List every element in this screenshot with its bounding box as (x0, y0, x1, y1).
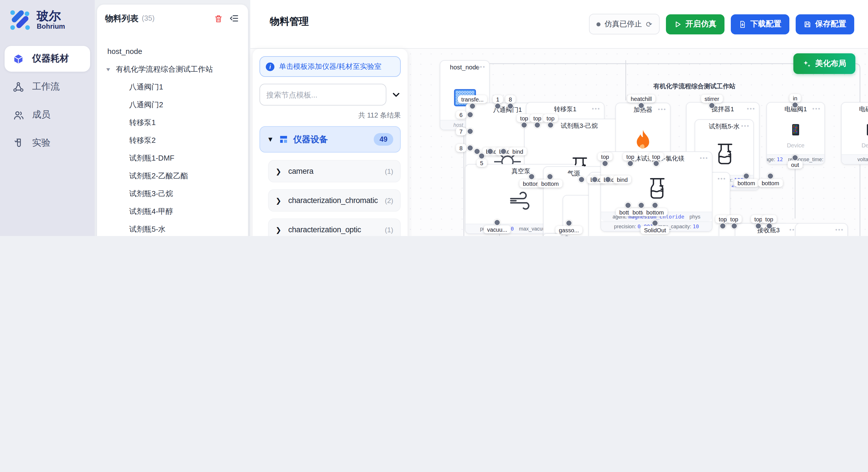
port-label-8[interactable]: 8 (456, 144, 466, 152)
port-dot[interactable] (602, 160, 608, 167)
port-dot[interactable] (605, 176, 611, 183)
sidebar-item-0[interactable]: 仪器耗材 (5, 46, 90, 72)
save-config-button[interactable]: 保存配置 (796, 14, 854, 34)
collapse-all-icon[interactable] (392, 90, 401, 99)
port-dot[interactable] (579, 176, 585, 183)
tree-item[interactable]: 八通阀门2 (97, 96, 248, 113)
tree-item[interactable]: 转移泵1 (97, 113, 248, 131)
port-dot[interactable] (592, 176, 598, 183)
port-dot[interactable] (547, 173, 553, 180)
category-characterization_chromatic[interactable]: ❯characterization_chromatic(2) (268, 189, 401, 212)
port-dot[interactable] (566, 220, 572, 226)
node-menu-icon[interactable]: ••• (812, 103, 821, 115)
port-label-top[interactable]: top (649, 153, 663, 161)
node-menu-icon[interactable]: ••• (658, 103, 666, 116)
node-menu-icon[interactable]: ••• (747, 103, 755, 115)
canvas-node-电磁阀2[interactable]: 电磁阀2•••Devicevoltage: 12 (841, 102, 868, 165)
port-label-bind[interactable]: bind (509, 147, 527, 156)
port-dot[interactable] (627, 160, 633, 167)
port-label-top[interactable]: top (762, 215, 777, 223)
port-label-heatchill[interactable]: heatchill (627, 95, 655, 103)
category-instruments[interactable]: ▼ 仪器设备 49 (259, 126, 401, 153)
port-dot[interactable] (652, 220, 658, 226)
port-dot[interactable] (467, 145, 473, 151)
port-dot[interactable] (467, 128, 473, 134)
port-label-bottom[interactable]: bottom (643, 208, 667, 216)
port-dot[interactable] (792, 155, 798, 161)
port-dot[interactable] (469, 103, 476, 109)
port-label-6[interactable]: 6 (456, 111, 466, 119)
port-dot[interactable] (755, 223, 762, 229)
node-menu-icon[interactable]: ••• (718, 173, 726, 185)
port-label-stirrer[interactable]: stirrer (701, 95, 722, 103)
port-dot[interactable] (792, 102, 798, 108)
port-label-out[interactable]: out (787, 161, 803, 169)
category-characterization_optic[interactable]: ❯characterization_optic(1) (268, 218, 401, 236)
collapse-panel-button[interactable] (228, 12, 240, 24)
port-label-bottom[interactable]: bottom (538, 179, 562, 188)
port-dot[interactable] (507, 103, 514, 109)
delete-button[interactable] (212, 12, 224, 24)
port-label-top[interactable]: top (598, 153, 613, 161)
port-label-SolidOut[interactable]: SolidOut (641, 226, 670, 234)
port-dot[interactable] (494, 220, 500, 226)
canvas-node[interactable]: ••• (795, 223, 848, 236)
tree-item[interactable]: 试剂瓶1-DMF (97, 149, 248, 167)
tree-item[interactable]: 转移泵2 (97, 131, 248, 149)
category-camera[interactable]: ❯camera(1) (268, 160, 401, 182)
port-dot[interactable] (638, 202, 644, 208)
node-menu-icon[interactable]: ••• (700, 152, 708, 165)
tree-item[interactable]: 试剂瓶2-乙酸乙酯 (97, 167, 248, 185)
port-dot[interactable] (767, 173, 774, 179)
port-dot[interactable] (625, 202, 631, 208)
sidebar-item-1[interactable]: 工作流 (5, 74, 90, 100)
port-dot[interactable] (720, 223, 726, 229)
port-label-gasso[interactable]: gasso... (555, 226, 582, 234)
node-menu-icon[interactable]: ••• (835, 224, 844, 236)
port-label-1[interactable]: 1 (493, 95, 503, 103)
port-label-8[interactable]: 8 (505, 95, 515, 103)
port-label-bind[interactable]: bind (613, 175, 631, 183)
port-dot[interactable] (653, 160, 659, 167)
port-label-top[interactable]: top (530, 114, 545, 122)
port-label-5[interactable]: 5 (476, 159, 487, 167)
port-dot[interactable] (652, 202, 658, 208)
port-dot[interactable] (501, 148, 507, 155)
tree-item[interactable]: 八通阀门1 (97, 78, 248, 96)
port-label-in[interactable]: in (789, 94, 801, 102)
port-dot[interactable] (467, 111, 473, 118)
chevron-down-icon[interactable]: ▼ (105, 66, 112, 72)
port-label-bind[interactable]: bind (544, 234, 561, 236)
port-dot[interactable] (474, 148, 480, 155)
download-config-button[interactable]: 下载配置 (731, 14, 789, 34)
node-menu-icon[interactable]: ••• (477, 61, 486, 73)
node-menu-icon[interactable]: ••• (592, 103, 600, 115)
sidebar-item-3[interactable]: 实验 (5, 130, 90, 156)
start-simulation-button[interactable]: 开启仿真 (666, 14, 724, 34)
tree-item[interactable]: 试剂瓶3-己烷 (97, 185, 248, 202)
port-label-transfe[interactable]: transfe... (458, 95, 487, 103)
port-dot[interactable] (709, 102, 715, 109)
tree-group-workstation[interactable]: ▼ 有机化学流程综合测试工作站 (97, 60, 248, 78)
port-dot[interactable] (638, 102, 644, 109)
node-menu-icon[interactable]: ••• (741, 120, 750, 133)
tree-item-host-node[interactable]: host_node (97, 42, 248, 60)
port-dot[interactable] (528, 173, 535, 180)
port-dot[interactable] (478, 153, 485, 159)
tree-item[interactable]: 试剂瓶5-水 (97, 220, 248, 236)
beautify-layout-button[interactable]: 美化布局 (794, 53, 856, 74)
port-label-bottom[interactable]: bottom (758, 179, 782, 187)
tree-item[interactable]: 试剂瓶4-甲醇 (97, 202, 248, 220)
port-label-top[interactable]: top (517, 114, 532, 122)
port-label-vacuu[interactable]: vacuu... (484, 225, 510, 233)
port-dot[interactable] (731, 223, 737, 229)
port-dot[interactable] (487, 148, 494, 155)
port-dot[interactable] (495, 103, 501, 109)
port-dot[interactable] (766, 223, 772, 229)
port-label-top[interactable]: top (727, 215, 742, 223)
port-label-top[interactable]: top (623, 153, 638, 161)
port-dot[interactable] (534, 122, 540, 128)
refresh-icon[interactable]: ⟳ (646, 20, 652, 28)
port-label-bottom[interactable]: bottom (734, 179, 758, 187)
port-label-top[interactable]: top (543, 114, 558, 122)
